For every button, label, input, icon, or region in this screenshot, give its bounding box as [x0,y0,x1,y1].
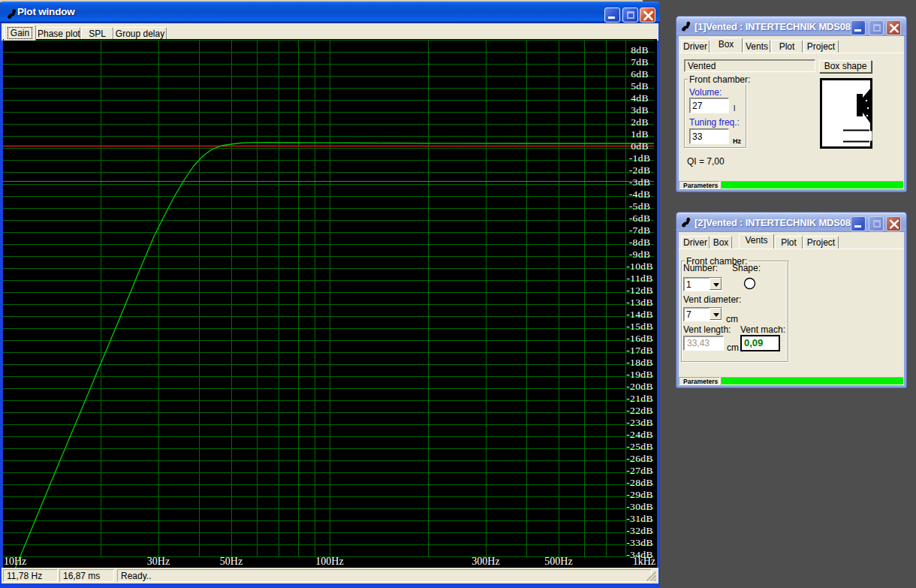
svg-text:-20dB: -20dB [626,381,653,392]
svg-text:-2dB: -2dB [629,164,651,176]
svg-text:-22dB: -22dB [626,405,653,416]
svg-text:-33dB: -33dB [626,537,653,548]
svg-text:3dB: 3dB [631,104,649,116]
svg-text:50Hz: 50Hz [220,556,243,567]
svg-text:100Hz: 100Hz [315,556,343,567]
svg-text:-30dB: -30dB [626,501,653,512]
svg-text:-23dB: -23dB [626,417,653,428]
svg-text:10Hz: 10Hz [4,556,26,567]
svg-text:-3dB: -3dB [629,176,651,188]
svg-text:-13dB: -13dB [626,297,653,308]
svg-text:-6dB: -6dB [629,213,651,224]
svg-text:-16dB: -16dB [626,333,653,344]
svg-text:6dB: 6dB [631,68,649,80]
svg-text:-14dB: -14dB [626,309,653,320]
svg-text:300Hz: 300Hz [472,556,499,567]
svg-text:-10dB: -10dB [626,261,653,272]
svg-text:-25dB: -25dB [626,441,653,452]
svg-text:-11dB: -11dB [626,273,652,284]
svg-text:-4dB: -4dB [629,188,651,200]
svg-text:-32dB: -32dB [626,525,653,536]
svg-text:-19dB: -19dB [626,369,653,380]
svg-text:4dB: 4dB [631,92,649,104]
svg-text:-9dB: -9dB [629,249,651,260]
svg-text:-29dB: -29dB [626,489,653,500]
svg-text:1dB: 1dB [631,128,649,140]
svg-text:-28dB: -28dB [626,477,653,488]
svg-text:1kHz: 1kHz [633,556,655,567]
svg-text:5dB: 5dB [631,80,649,92]
svg-text:-7dB: -7dB [629,225,651,236]
svg-text:-21dB: -21dB [626,393,653,404]
svg-text:-1dB: -1dB [629,152,651,164]
svg-text:2dB: 2dB [631,116,649,128]
svg-text:-5dB: -5dB [629,201,651,212]
svg-text:-24dB: -24dB [626,429,653,440]
svg-text:-17dB: -17dB [626,345,653,356]
svg-text:7dB: 7dB [631,56,649,68]
svg-text:500Hz: 500Hz [544,556,572,567]
svg-text:-26dB: -26dB [626,453,653,464]
svg-text:-18dB: -18dB [626,357,653,368]
svg-text:30Hz: 30Hz [147,556,170,567]
svg-text:-12dB: -12dB [626,285,653,296]
svg-text:-15dB: -15dB [626,321,653,332]
svg-text:8dB: 8dB [631,44,649,56]
svg-text:0dB: 0dB [631,140,649,152]
svg-text:-8dB: -8dB [629,237,651,248]
svg-text:-31dB: -31dB [626,513,653,524]
svg-text:-27dB: -27dB [626,465,653,476]
